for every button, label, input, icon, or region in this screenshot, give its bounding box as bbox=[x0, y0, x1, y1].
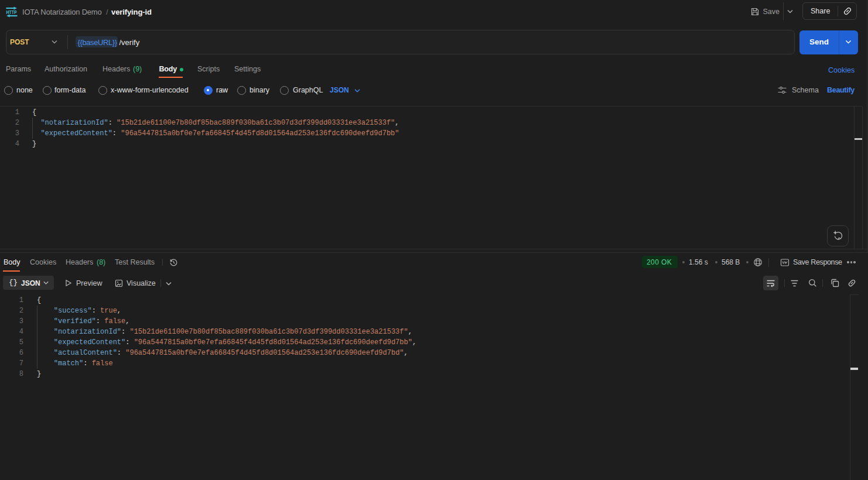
svg-text:HTTP: HTTP bbox=[6, 9, 17, 15]
